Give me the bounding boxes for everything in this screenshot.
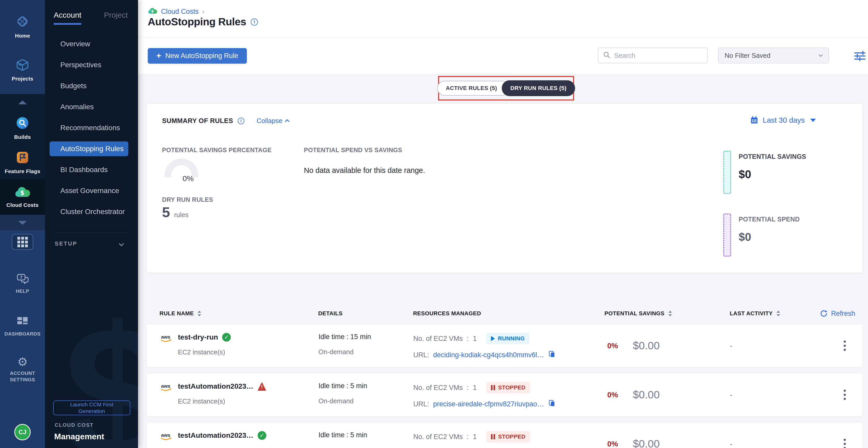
date-range-dropdown[interactable]: Last 30 days — [750, 116, 816, 124]
sidebar-menu-item[interactable]: AutoStopping Rules — [50, 141, 128, 156]
user-avatar[interactable]: CJ — [14, 424, 31, 440]
rule-row[interactable]: aws testAutomation2023… Idle time : 5 mi… — [147, 422, 863, 448]
rail-item-projects[interactable]: Projects — [0, 53, 45, 87]
sidebar-menu-item[interactable]: Anomalies — [45, 96, 138, 117]
refresh-button[interactable]: Refresh — [820, 306, 855, 321]
sidebar-menu-item[interactable]: Budgets — [45, 76, 138, 96]
summary-info-icon[interactable]: i — [238, 118, 244, 124]
rule-row[interactable]: aws test-dry-run EC2 instance(s) Idle ti… — [147, 324, 863, 367]
rail-item-cloud-costs[interactable]: $ Cloud Costs — [0, 180, 45, 215]
state-label: STOPPED — [498, 384, 526, 391]
module-scroll-up[interactable] — [0, 94, 45, 111]
filter-panel-button[interactable] — [852, 49, 867, 62]
kebab-menu-icon[interactable] — [841, 436, 848, 448]
state-badge: RUNNING — [487, 333, 529, 344]
product-eyebrow: CLOUD COST — [55, 422, 94, 428]
rule-resource-type: EC2 instance(s) — [178, 348, 231, 356]
rail-item-account-settings[interactable]: ⚙ ACCOUNT SETTINGS — [3, 351, 42, 388]
url-link[interactable]: deciding-kodiak-cg4qcs4h0mmv6l… — [433, 351, 544, 359]
launch-ccm-first-gen-button[interactable]: Launch CCM First Generation — [53, 400, 130, 415]
col-header-details: DETAILS — [318, 310, 413, 317]
rule-status-icon — [222, 333, 231, 341]
rail-item-home[interactable]: Home — [0, 9, 45, 44]
search-input[interactable] — [614, 52, 703, 60]
vm-count-label: No. of EC2 VMs — [413, 433, 463, 441]
title-info-icon[interactable]: i — [251, 19, 258, 26]
potential-savings-label: POTENTIAL SAVINGS — [739, 153, 806, 160]
module-grid-button[interactable] — [12, 234, 33, 250]
rule-name: test-dry-run — [178, 333, 218, 341]
breadcrumb-cloud-costs[interactable]: Cloud Costs — [161, 8, 198, 16]
savings-percent: 0% — [607, 341, 618, 350]
kebab-menu-icon[interactable] — [841, 338, 848, 353]
sidebar-menu-item[interactable]: Recommendations — [45, 117, 138, 138]
last-activity-cell: - — [730, 324, 841, 367]
col-label: POTENTIAL SAVINGS — [604, 310, 664, 317]
plus-icon: + — [156, 51, 161, 60]
refresh-label: Refresh — [831, 310, 855, 318]
module-scroll-down[interactable] — [0, 215, 45, 231]
sidebar-menu-item[interactable]: Perspectives — [45, 55, 138, 76]
rule-resource-type: EC2 instance(s) — [178, 397, 266, 405]
rail-item-help[interactable]: ? HELP — [16, 268, 29, 300]
setup-section-toggle[interactable]: SETUP — [45, 233, 138, 247]
search-icon — [603, 51, 611, 60]
sidebar-menu-item-label: AutoStopping Rules — [60, 145, 124, 153]
dry-run-rules-label: DRY RUN RULES — [162, 196, 213, 203]
tab-active-rules[interactable]: ACTIVE RULES (5) — [437, 81, 509, 96]
svg-text:$: $ — [151, 9, 154, 13]
savings-percent: 0% — [607, 440, 618, 448]
tab-account[interactable]: Account — [54, 11, 81, 25]
builds-icon — [15, 116, 30, 131]
sidebar-menu-item[interactable]: Overview — [45, 33, 138, 55]
url-link[interactable]: precise-airedale-cfpmv827riuvpao… — [433, 400, 544, 408]
header-divider — [138, 37, 868, 37]
details-cell: Idle time : 5 min — [318, 422, 413, 448]
col-label: LAST ACTIVITY — [730, 310, 773, 317]
col-header-rule-name[interactable]: RULE NAME — [159, 310, 318, 317]
tab-dry-run-rules[interactable]: DRY RUN RULES (5) — [502, 80, 575, 96]
resources-cell: No. of EC2 VMs : 1 STOPPED — [413, 422, 601, 448]
potential-spend-value: $0 — [739, 231, 800, 243]
sidebar-menu-item-label: Overview — [60, 40, 90, 48]
potential-savings-cell: 0% $0.00 — [601, 422, 730, 448]
sort-icon — [668, 310, 673, 317]
chevron-down-icon — [819, 53, 823, 57]
app-root: Home Projects Builds Feature — [0, 0, 868, 448]
fulfilment: On-demand — [318, 348, 413, 356]
actions-cell — [841, 422, 864, 448]
saved-filter-value: No Filter Saved — [724, 52, 770, 60]
tab-project[interactable]: Project — [104, 11, 128, 25]
copy-icon[interactable] — [548, 350, 556, 360]
search-box — [598, 48, 708, 63]
fulfilment: On-demand — [318, 397, 413, 405]
summary-of-rules-card: SUMMARY OF RULES i Collapse POTENTIAL SA… — [147, 103, 863, 273]
sidebar-menu-item-label: Perspectives — [60, 61, 101, 69]
sidebar-menu-item[interactable]: Cluster Orchestrator — [45, 201, 138, 222]
rail-item-builds[interactable]: Builds — [0, 111, 45, 145]
rail-item-dashboards[interactable]: DASHBOARDS — [4, 311, 40, 342]
play-icon — [491, 336, 495, 341]
rail-module-carousel: Builds Feature Flags $ Cloud Costs — [0, 94, 45, 231]
saved-filter-dropdown[interactable]: No Filter Saved — [718, 48, 829, 63]
collapse-label: Collapse — [257, 117, 282, 125]
setup-label: SETUP — [55, 240, 77, 247]
rail-label-cloud-costs: Cloud Costs — [6, 202, 39, 208]
rule-name-cell: aws testAutomation2023… EC2 instance(s) — [160, 374, 318, 416]
sidebar-menu-item[interactable]: BI Dashboards — [45, 159, 138, 180]
sidebar-menu-item[interactable]: Asset Governance — [45, 180, 138, 201]
main-area: $ Cloud Costs › AutoStopping Rules i + N… — [138, 0, 868, 448]
nav-rail: Home Projects Builds Feature — [0, 0, 45, 448]
savings-amount: $0.00 — [633, 339, 660, 352]
rule-name-cell: aws testAutomation2023… — [160, 422, 318, 448]
copy-icon[interactable] — [548, 399, 556, 409]
dry-run-unit: rules — [174, 211, 188, 219]
kebab-menu-icon[interactable] — [841, 387, 848, 402]
collapse-toggle[interactable]: Collapse — [257, 117, 289, 125]
col-header-potential-savings[interactable]: POTENTIAL SAVINGS — [601, 310, 730, 317]
rail-item-feature-flags[interactable]: Feature Flags — [0, 145, 45, 180]
last-activity-value: - — [730, 341, 732, 350]
vm-count-value: 1 — [473, 384, 477, 392]
rule-row[interactable]: aws testAutomation2023… EC2 instance(s) … — [147, 373, 863, 417]
new-autostopping-rule-button[interactable]: + New AutoStopping Rule — [148, 48, 247, 64]
